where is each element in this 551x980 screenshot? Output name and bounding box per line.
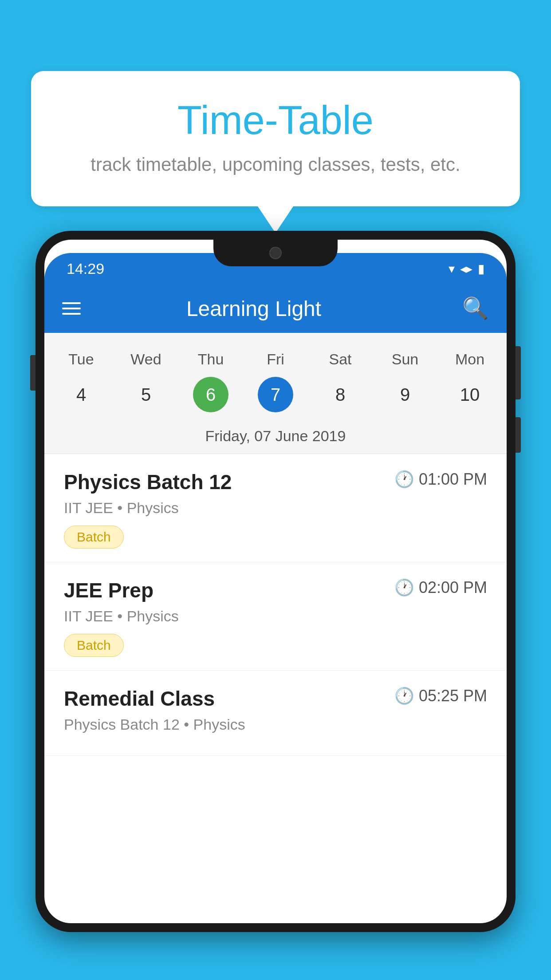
speech-bubble-arrow [258,206,293,233]
day-label-wed: Wed [114,351,178,368]
date-9[interactable]: 9 [373,377,437,412]
date-6[interactable]: 6 [178,377,243,412]
date-circle-5: 5 [128,377,164,412]
day-label-tue: Tue [49,351,114,368]
date-4[interactable]: 4 [49,377,114,412]
day-label-sun: Sun [373,351,437,368]
schedule-time-3: 🕐 05:25 PM [394,687,487,705]
phone-volume-button [30,355,35,391]
schedule-item-3[interactable]: Remedial Class 🕐 05:25 PM Physics Batch … [44,671,507,756]
days-header: Tue Wed Thu Fri Sat Sun Mon [44,342,507,372]
date-circle-4: 4 [63,377,99,412]
app-bar: Learning Light 🔍 [44,284,507,333]
schedule-subtitle-1: IIT JEE • Physics [64,499,487,517]
day-label-mon: Mon [437,351,502,368]
schedule-item-2[interactable]: JEE Prep 🕐 02:00 PM IIT JEE • Physics Ba… [44,562,507,671]
day-label-thu: Thu [178,351,243,368]
schedule-item-1-header: Physics Batch 12 🕐 01:00 PM [64,470,487,494]
schedule-item-2-header: JEE Prep 🕐 02:00 PM [64,578,487,602]
date-circle-6-today: 6 [193,377,228,412]
schedule-time-1: 🕐 01:00 PM [394,470,487,489]
phone-screen: 14:29 ▾ ◂▸ ▮ Learning Light 🔍 [44,240,507,923]
schedule-list: Physics Batch 12 🕐 01:00 PM IIT JEE • Ph… [44,454,507,756]
day-label-fri: Fri [243,351,308,368]
date-circle-10: 10 [452,377,488,412]
clock-icon-2: 🕐 [394,578,414,597]
date-5[interactable]: 5 [114,377,178,412]
schedule-subtitle-3: Physics Batch 12 • Physics [64,716,487,733]
phone-volume-down-button [516,417,521,453]
schedule-title-1: Physics Batch 12 [64,470,232,494]
batch-badge-1: Batch [64,526,124,549]
schedule-time-value-3: 05:25 PM [419,687,487,705]
schedule-time-value-1: 01:00 PM [419,470,487,489]
schedule-time-2: 🕐 02:00 PM [394,578,487,597]
phone-camera [269,247,282,259]
batch-badge-2: Batch [64,634,124,657]
schedule-title-3: Remedial Class [64,687,215,711]
schedule-title-2: JEE Prep [64,578,153,602]
phone-power-button [516,346,521,399]
speech-bubble-title: Time-Table [67,98,484,143]
speech-bubble-container: Time-Table track timetable, upcoming cla… [31,71,520,233]
clock-icon-1: 🕐 [394,470,414,489]
wifi-icon: ▾ [449,261,455,276]
schedule-item-3-header: Remedial Class 🕐 05:25 PM [64,687,487,711]
schedule-item-1[interactable]: Physics Batch 12 🕐 01:00 PM IIT JEE • Ph… [44,454,507,562]
phone-notch [213,240,338,266]
speech-bubble: Time-Table track timetable, upcoming cla… [31,71,520,206]
day-label-sat: Sat [308,351,373,368]
dates-row: 4 5 6 7 8 9 [44,372,507,421]
app-title: Learning Light [59,296,449,321]
date-circle-9: 9 [387,377,423,412]
phone-frame: 14:29 ▾ ◂▸ ▮ Learning Light 🔍 [35,231,516,932]
schedule-time-value-2: 02:00 PM [419,578,487,597]
date-circle-8: 8 [323,377,358,412]
signal-icon: ◂▸ [460,261,472,276]
selected-date-label: Friday, 07 June 2019 [44,421,507,454]
search-icon[interactable]: 🔍 [462,296,489,321]
phone-container: 14:29 ▾ ◂▸ ▮ Learning Light 🔍 [35,231,516,980]
battery-icon: ▮ [478,261,484,276]
date-8[interactable]: 8 [308,377,373,412]
status-time: 14:29 [67,260,104,277]
calendar-section: Tue Wed Thu Fri Sat Sun Mon 4 5 [44,333,507,454]
speech-bubble-subtitle: track timetable, upcoming classes, tests… [67,154,484,175]
status-icons: ▾ ◂▸ ▮ [449,261,484,276]
clock-icon-3: 🕐 [394,687,414,705]
date-10[interactable]: 10 [437,377,502,412]
schedule-subtitle-2: IIT JEE • Physics [64,608,487,625]
date-7[interactable]: 7 [243,377,308,412]
date-circle-7-selected: 7 [258,377,293,412]
